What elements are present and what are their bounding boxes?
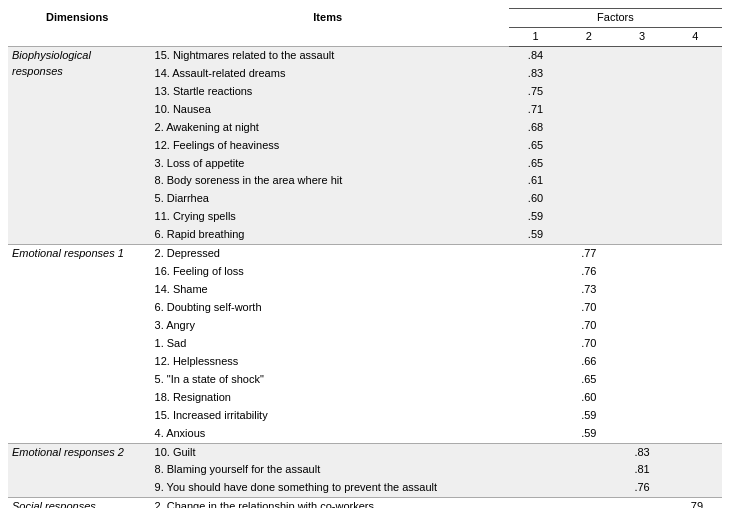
item-label: 12. Feelings of heaviness — [147, 137, 509, 155]
factor-value-2 — [615, 245, 668, 263]
factor-value-0: .84 — [509, 46, 562, 64]
item-label: 8. Blaming yourself for the assault — [147, 461, 509, 479]
factor-value-3: .79 — [669, 498, 722, 508]
factor-value-0 — [509, 443, 562, 461]
factor-value-0 — [509, 479, 562, 497]
factor-value-1 — [562, 498, 615, 508]
factor-value-1 — [562, 101, 615, 119]
factor-value-0: .65 — [509, 155, 562, 173]
factor-value-3 — [669, 389, 722, 407]
factor-value-3 — [669, 371, 722, 389]
factor-value-3 — [669, 155, 722, 173]
factor-value-3 — [669, 245, 722, 263]
factor-value-2 — [615, 389, 668, 407]
factor-value-1 — [562, 479, 615, 497]
item-label: 14. Assault-related dreams — [147, 65, 509, 83]
factor-value-3 — [669, 335, 722, 353]
factor-value-2 — [615, 281, 668, 299]
item-label: 16. Feeling of loss — [147, 263, 509, 281]
factor-value-1 — [562, 443, 615, 461]
header-items: Items — [147, 9, 509, 47]
factor-value-1 — [562, 208, 615, 226]
item-label: 9. You should have done something to pre… — [147, 479, 509, 497]
item-label: 4. Anxious — [147, 425, 509, 443]
factor-value-1: .73 — [562, 281, 615, 299]
factor-value-0 — [509, 389, 562, 407]
factor-value-0 — [509, 498, 562, 508]
factor-value-0 — [509, 353, 562, 371]
factor-value-1: .59 — [562, 425, 615, 443]
factor-value-1 — [562, 119, 615, 137]
factor-value-2 — [615, 137, 668, 155]
factor-value-2 — [615, 46, 668, 64]
header-factor-1: 1 — [509, 27, 562, 46]
factor-value-0: .61 — [509, 172, 562, 190]
factor-value-0 — [509, 335, 562, 353]
factor-value-0: .83 — [509, 65, 562, 83]
factor-value-1 — [562, 172, 615, 190]
factor-value-1: .76 — [562, 263, 615, 281]
item-label: 12. Helplessness — [147, 353, 509, 371]
factor-value-2: .76 — [615, 479, 668, 497]
factor-value-2 — [615, 172, 668, 190]
factor-value-0 — [509, 281, 562, 299]
factor-value-3 — [669, 407, 722, 425]
factor-value-0 — [509, 371, 562, 389]
header-factor-4: 4 — [669, 27, 722, 46]
factor-value-2 — [615, 299, 668, 317]
factor-value-3 — [669, 119, 722, 137]
factor-value-1: .70 — [562, 299, 615, 317]
factor-value-2 — [615, 371, 668, 389]
item-label: 3. Loss of appetite — [147, 155, 509, 173]
factor-value-3 — [669, 461, 722, 479]
factor-value-3 — [669, 317, 722, 335]
header-factor-3: 3 — [615, 27, 668, 46]
item-label: 6. Rapid breathing — [147, 226, 509, 244]
factor-value-1: .77 — [562, 245, 615, 263]
factor-value-1 — [562, 83, 615, 101]
factor-value-1: .59 — [562, 407, 615, 425]
factor-value-3 — [669, 479, 722, 497]
factor-value-0 — [509, 407, 562, 425]
factor-value-3 — [669, 226, 722, 244]
factor-value-0: .65 — [509, 137, 562, 155]
item-label: 2. Awakening at night — [147, 119, 509, 137]
factor-value-0 — [509, 245, 562, 263]
factor-value-1: .70 — [562, 317, 615, 335]
item-label: 1. Sad — [147, 335, 509, 353]
factor-value-1 — [562, 65, 615, 83]
factor-value-1 — [562, 137, 615, 155]
item-label: 15. Increased irritability — [147, 407, 509, 425]
factor-value-3 — [669, 263, 722, 281]
dimension-label-2: Emotional responses 2 — [8, 443, 147, 498]
factor-value-2 — [615, 83, 668, 101]
item-label: 11. Crying spells — [147, 208, 509, 226]
factor-value-1 — [562, 461, 615, 479]
factor-value-0 — [509, 317, 562, 335]
factor-value-1: .65 — [562, 371, 615, 389]
factor-value-2 — [615, 498, 668, 508]
item-label: 2. Depressed — [147, 245, 509, 263]
factor-value-1: .70 — [562, 335, 615, 353]
factor-value-0 — [509, 263, 562, 281]
factor-value-2 — [615, 317, 668, 335]
factor-value-2 — [615, 353, 668, 371]
factor-value-0: .68 — [509, 119, 562, 137]
item-label: 10. Nausea — [147, 101, 509, 119]
factor-value-2: .81 — [615, 461, 668, 479]
item-label: 5. Diarrhea — [147, 190, 509, 208]
item-label: 10. Guilt — [147, 443, 509, 461]
factor-value-0 — [509, 299, 562, 317]
header-dimensions: Dimensions — [8, 9, 147, 47]
factor-value-2: .83 — [615, 443, 668, 461]
factor-value-3 — [669, 46, 722, 64]
factor-value-0: .60 — [509, 190, 562, 208]
factor-value-3 — [669, 299, 722, 317]
dimension-label-1: Emotional responses 1 — [8, 245, 147, 443]
dimension-label-0: Biophysiological responses — [8, 46, 147, 244]
factor-value-3 — [669, 101, 722, 119]
factor-value-2 — [615, 407, 668, 425]
factor-value-3 — [669, 281, 722, 299]
item-label: 14. Shame — [147, 281, 509, 299]
factor-value-2 — [615, 101, 668, 119]
